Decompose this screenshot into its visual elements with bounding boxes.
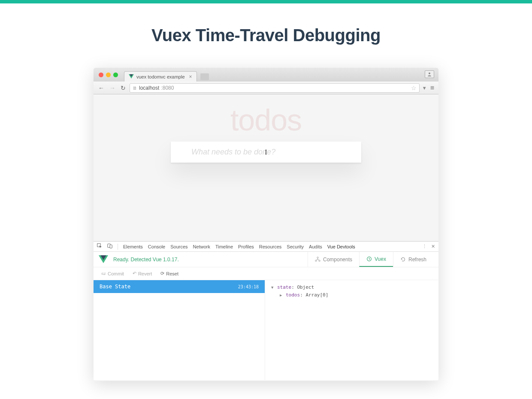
action-label: Commit <box>108 271 124 276</box>
vdt-tab-refresh[interactable]: Refresh <box>393 252 433 267</box>
new-tab-button[interactable] <box>200 73 209 80</box>
vue-logo-icon <box>99 255 108 264</box>
back-button[interactable]: ← <box>97 85 106 91</box>
devtools-tab-resources[interactable]: Resources <box>259 244 282 249</box>
reload-icon: ⟳ <box>160 271 164 276</box>
action-label: Reset <box>166 271 178 276</box>
svg-point-9 <box>315 260 317 261</box>
svg-point-10 <box>319 260 320 261</box>
maximize-window-button[interactable] <box>113 73 118 77</box>
devtools-tab-sources[interactable]: Sources <box>170 244 187 249</box>
reset-button[interactable]: ⟳ Reset <box>160 271 178 276</box>
mutation-label: Base State <box>100 284 130 290</box>
state-key: state <box>277 284 291 290</box>
user-icon <box>427 72 432 77</box>
text-cursor-icon: I <box>265 148 267 156</box>
profile-button[interactable] <box>425 70 434 78</box>
separator <box>118 244 118 250</box>
page-viewport: todos I <box>94 94 438 241</box>
page-icon: 🗎 <box>133 85 137 91</box>
vuex-action-bar: ⮓ Commit ↶ Revert ⟳ Reset <box>94 267 438 280</box>
action-label: Revert <box>138 271 152 276</box>
vue-devtools-tabs: Components Vuex Refresh <box>308 252 433 267</box>
minimize-window-button[interactable] <box>106 73 111 77</box>
devtools-tab-vue[interactable]: Vue Devtools <box>327 244 355 249</box>
devtools-tab-elements[interactable]: Elements <box>123 244 143 249</box>
bookmark-star-icon[interactable]: ☆ <box>411 85 417 91</box>
svg-rect-5 <box>110 245 112 248</box>
browser-tab-bar: vuex todomvc example × <box>94 68 438 82</box>
mutation-time: 23:43:18 <box>238 284 259 289</box>
devtools-more-icon[interactable]: ⋮ <box>422 244 427 249</box>
collapse-toggle-icon[interactable]: ▼ <box>271 284 275 290</box>
devtools-tabbar: Elements Console Sources Network Timelin… <box>94 242 438 252</box>
device-toggle-icon[interactable] <box>107 243 112 250</box>
vuex-body: Base State 23:43:18 ▼state: Object ▶todo… <box>94 280 438 380</box>
browser-tab[interactable]: vuex todomvc example × <box>124 71 197 82</box>
browser-toolbar: ← → ↻ 🗎 localhost:8080 ☆ ▼ ≡ <box>94 82 438 94</box>
todo-input-container: I <box>171 142 361 163</box>
hamburger-menu-icon[interactable]: ≡ <box>429 84 435 92</box>
svg-point-8 <box>317 257 318 258</box>
history-icon <box>366 256 372 262</box>
tab-title: vuex todomvc example <box>136 74 185 79</box>
slide-accent-stripe <box>0 0 532 3</box>
address-bar[interactable]: 🗎 localhost:8080 ☆ <box>130 83 420 93</box>
devtools-tab-profiles[interactable]: Profiles <box>238 244 254 249</box>
slide-title: Vuex Time-Travel Debugging <box>0 26 532 45</box>
vdt-tab-label: Vuex <box>375 256 386 262</box>
devtools-panel: Elements Console Sources Network Timelin… <box>94 241 438 380</box>
vdt-tab-vuex[interactable]: Vuex <box>359 252 393 267</box>
expand-toggle-icon[interactable]: ▶ <box>280 292 284 298</box>
mutation-list: Base State 23:43:18 <box>94 280 265 380</box>
vue-detect-status: Ready. Detected Vue 1.0.17. <box>113 257 179 263</box>
url-port: :8080 <box>161 85 174 91</box>
state-key: todos <box>286 292 300 298</box>
components-icon <box>315 257 320 262</box>
mutation-row-base-state[interactable]: Base State 23:43:18 <box>94 280 265 293</box>
state-value: Object <box>297 284 314 290</box>
url-host: localhost <box>139 85 159 91</box>
devtools-tab-security[interactable]: Security <box>287 244 304 249</box>
devtools-tab-audits[interactable]: Audits <box>309 244 322 249</box>
vdt-tab-label: Refresh <box>408 257 426 263</box>
reload-button[interactable]: ↻ <box>119 85 127 91</box>
svg-point-2 <box>429 73 430 74</box>
undo-icon: ↶ <box>133 271 136 276</box>
state-root-line[interactable]: ▼state: Object <box>271 284 432 291</box>
vdt-tab-components[interactable]: Components <box>308 252 359 267</box>
vdt-tab-label: Components <box>323 257 352 263</box>
inspect-element-icon[interactable] <box>97 243 102 250</box>
vue-favicon-icon <box>129 74 134 79</box>
forward-button[interactable]: → <box>108 85 117 91</box>
close-tab-icon[interactable]: × <box>189 74 192 80</box>
devtools-tab-console[interactable]: Console <box>148 244 165 249</box>
state-value: Array[0] <box>305 292 328 298</box>
browser-window: vuex todomvc example × ← → ↻ 🗎 localhost… <box>94 68 438 381</box>
window-controls <box>99 73 118 77</box>
vue-devtools-header: Ready. Detected Vue 1.0.17. Components V… <box>94 252 438 267</box>
devtools-tab-network[interactable]: Network <box>193 244 210 249</box>
revert-button[interactable]: ↶ Revert <box>133 271 152 276</box>
download-icon: ⮓ <box>101 271 106 276</box>
close-window-button[interactable] <box>99 73 103 77</box>
state-child-line[interactable]: ▶todos: Array[0] <box>271 291 432 299</box>
devtools-tab-timeline[interactable]: Timeline <box>215 244 233 249</box>
chevron-down-icon[interactable]: ▼ <box>422 85 427 91</box>
app-heading: todos <box>94 94 438 137</box>
state-inspector: ▼state: Object ▶todos: Array[0] <box>265 280 438 380</box>
commit-button[interactable]: ⮓ Commit <box>101 271 124 276</box>
refresh-icon <box>400 257 406 262</box>
devtools-close-icon[interactable]: ✕ <box>431 244 435 249</box>
